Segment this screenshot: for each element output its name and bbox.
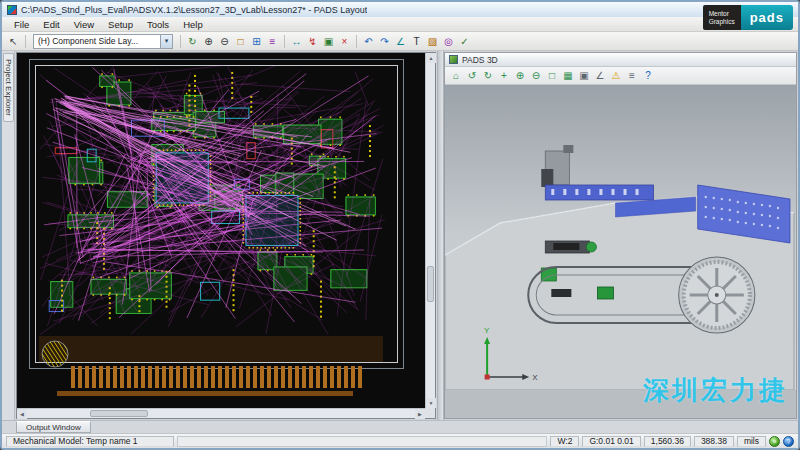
green-led [586, 242, 596, 252]
add-part-icon[interactable]: ▣ [321, 34, 336, 49]
via-icon[interactable]: ◎ [441, 34, 456, 49]
fan-impeller [679, 257, 755, 333]
layer-selector-value: (H) Component Side Lay... [38, 36, 138, 46]
status-fit-button[interactable]: » [769, 436, 780, 447]
axis-y-label: Y [484, 326, 490, 335]
status-units: mils [737, 436, 766, 447]
layers-icon[interactable]: ≡ [265, 34, 280, 49]
menu-file[interactable]: File [7, 18, 36, 31]
menu-help[interactable]: Help [176, 18, 210, 31]
main-toolbar: ↖ (H) Component Side Lay... ▾ ↻ ⊕ ⊖ □ ⊞ … [2, 32, 798, 51]
sensor-rod [553, 243, 579, 250]
board-3d-render: Y X [445, 85, 796, 418]
warning-icon[interactable]: ⚠ [609, 69, 623, 83]
zoom-out-3d-icon[interactable]: ⊖ [529, 69, 543, 83]
redo-icon[interactable]: ↷ [377, 34, 392, 49]
horizontal-scrollbar[interactable]: ◀ ▶ [17, 408, 425, 418]
scroll-down-icon[interactable]: ▼ [426, 398, 436, 408]
undo-icon[interactable]: ↶ [361, 34, 376, 49]
vertical-scrollbar[interactable]: ▲ ▼ [425, 53, 435, 408]
measure-icon[interactable]: ∠ [393, 34, 408, 49]
pads-3d-icon [449, 55, 458, 64]
title-bar[interactable]: C:\PADS_Stnd_Plus_Eval\PADSVX.1.2\Lesson… [2, 2, 798, 17]
help-icon[interactable]: ? [641, 69, 655, 83]
status-coord-x: 1,560.36 [644, 436, 691, 447]
pads-3d-title: PADS 3D [462, 55, 498, 65]
measure-3d-icon[interactable]: ∠ [593, 69, 607, 83]
snapshot-icon[interactable]: ▣ [577, 69, 591, 83]
horizontal-scroll-thumb[interactable] [90, 410, 148, 417]
copper-pour-icon[interactable]: ▨ [425, 34, 440, 49]
scroll-left-icon[interactable]: ◀ [17, 409, 27, 419]
status-coord-y: 388.38 [694, 436, 734, 447]
fit-view-icon[interactable]: □ [545, 69, 559, 83]
status-help-button[interactable]: ? [783, 436, 794, 447]
connector-tower-dark [541, 169, 553, 187]
text-icon[interactable]: T [409, 34, 424, 49]
brand-logo: Mentor Graphics pads [703, 5, 793, 30]
menu-view[interactable]: View [67, 18, 101, 31]
status-model: Mechanical Model: Temp name 1 [6, 436, 174, 447]
rotate-cw-icon[interactable]: ↻ [481, 69, 495, 83]
pads-3d-panel: PADS 3D ⌂ ↺ ↻ + ⊕ ⊖ □ ▦ ▣ ∠ ⚠ ≡ ? [444, 52, 797, 419]
scroll-right-icon[interactable]: ▶ [415, 409, 425, 419]
selection-pointer-icon[interactable]: ↖ [6, 34, 21, 49]
top-view-icon[interactable]: ▦ [561, 69, 575, 83]
move-icon[interactable]: ↔ [289, 34, 304, 49]
panel-splitter[interactable] [437, 51, 444, 420]
viewport-3d[interactable]: Y X 深圳宏力捷 [445, 85, 796, 418]
delete-icon[interactable]: × [337, 34, 352, 49]
bottom-tab-strip: Output Window [2, 420, 798, 433]
app-icon [7, 5, 17, 15]
toolbar-separator [25, 35, 26, 48]
status-bar: Mechanical Model: Temp name 1 W:2 G:0.01… [2, 433, 798, 448]
pcb-design-canvas[interactable] [17, 53, 425, 408]
menu-bar: File Edit View Setup Tools Help [2, 17, 798, 32]
menu-edit[interactable]: Edit [36, 18, 66, 31]
slot-part-dark [551, 289, 571, 297]
verify-design-icon[interactable]: ✓ [457, 34, 472, 49]
zoom-in-icon[interactable]: ⊕ [201, 34, 216, 49]
redraw-icon[interactable]: ↻ [185, 34, 200, 49]
grid-icon[interactable]: ⊞ [249, 34, 264, 49]
home-view-icon[interactable]: ⌂ [449, 69, 463, 83]
vendor-line1: Mentor [709, 10, 735, 17]
vendor-line2: Graphics [709, 18, 735, 25]
settings-icon[interactable]: ≡ [625, 69, 639, 83]
status-grid: G:0.01 0.01 [582, 436, 640, 447]
connector-cap [563, 145, 573, 153]
zoom-in-3d-icon[interactable]: ⊕ [513, 69, 527, 83]
pads-3d-toolbar: ⌂ ↺ ↻ + ⊕ ⊖ □ ▦ ▣ ∠ ⚠ ≡ ? [445, 67, 796, 85]
output-window-tab[interactable]: Output Window [16, 421, 91, 433]
rotate-ccw-icon[interactable]: ↺ [465, 69, 479, 83]
toolbar-separator [284, 35, 285, 48]
pads-logo: pads [741, 5, 793, 30]
toolbar-separator [356, 35, 357, 48]
project-explorer-tab[interactable]: Project Explorer [3, 53, 14, 122]
vendor-logo: Mentor Graphics [703, 5, 741, 30]
status-width: W:2 [550, 436, 579, 447]
pads-layout-window: Mentor Graphics pads C:\PADS_Stnd_Plus_E… [0, 0, 800, 450]
menu-tools[interactable]: Tools [140, 18, 176, 31]
menu-setup[interactable]: Setup [101, 18, 140, 31]
zoom-out-icon[interactable]: ⊖ [217, 34, 232, 49]
slot-part-green [597, 287, 613, 299]
layout-2d-view: ▲ ▼ ◀ ▶ [16, 52, 436, 419]
layer-selector-dropdown[interactable]: (H) Component Side Lay... ▾ [33, 34, 173, 49]
pads-3d-header[interactable]: PADS 3D [445, 53, 796, 67]
watermark-text: 深圳宏力捷 [643, 373, 788, 408]
chevron-down-icon[interactable]: ▾ [160, 35, 172, 48]
pan-icon[interactable]: + [497, 69, 511, 83]
main-area: Project Explorer ▲ ▼ ◀ ▶ PADS 3D ⌂ [2, 51, 798, 420]
window-title: C:\PADS_Stnd_Plus_Eval\PADSVX.1.2\Lesson… [21, 5, 367, 15]
board-outline-icon[interactable]: □ [233, 34, 248, 49]
scrollbar-corner [425, 408, 435, 418]
axis-x-label: X [532, 373, 538, 382]
status-spacer [177, 436, 547, 447]
left-dock-strip: Project Explorer [2, 51, 15, 420]
toolbar-separator [180, 35, 181, 48]
route-icon[interactable]: ↯ [305, 34, 320, 49]
vertical-scroll-thumb[interactable] [427, 266, 434, 302]
scroll-up-icon[interactable]: ▲ [426, 53, 436, 63]
